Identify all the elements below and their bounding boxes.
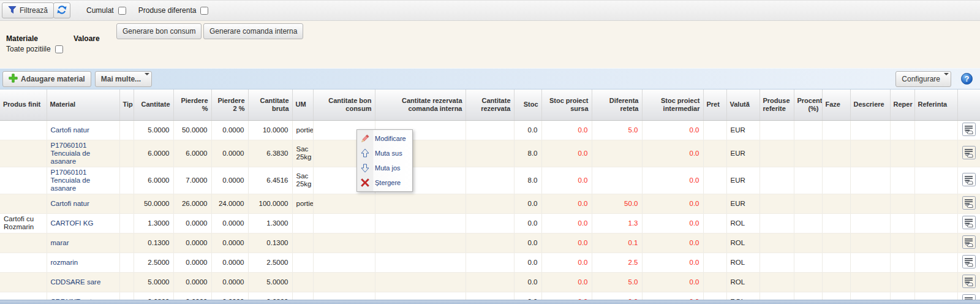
cell-material[interactable]: rozmarin — [47, 253, 119, 272]
cell-produs_finit — [0, 233, 47, 253]
menu-item-muta-jos[interactable]: Muta jos — [357, 161, 412, 175]
column-header-stoc_proiect_sursa[interactable]: Stoc proiect sursa — [541, 89, 592, 120]
column-header-diferenta_reteta[interactable]: Diferenta reteta — [592, 89, 642, 120]
cell-material[interactable]: Cartofi natur — [47, 194, 119, 213]
table-row[interactable]: Cartofi natur50.000026.000024.0000100.00… — [0, 194, 980, 213]
column-header-stoc_proiect_intermediar[interactable]: Stoc proiect intermediar — [642, 89, 703, 120]
column-header-um[interactable]: UM — [292, 89, 313, 120]
cell-referinta — [914, 253, 957, 272]
column-header-cantitate[interactable]: Cantitate — [134, 89, 173, 120]
cell-material[interactable]: CARTOFI KG — [47, 213, 119, 233]
column-header-procent[interactable]: Procent (%) — [794, 89, 822, 120]
cell-referinta — [914, 167, 957, 194]
arrow-down-icon — [360, 163, 370, 173]
horizontal-scrollbar[interactable] — [0, 300, 980, 304]
menu-item-muta-sus[interactable]: Muta sus — [357, 146, 412, 161]
cell-stoc: 0.0 — [514, 194, 541, 213]
cumulat-checkbox[interactable] — [118, 7, 126, 15]
table-row[interactable]: Cartofi natur5.000050.00000.000010.0000p… — [0, 120, 980, 140]
cell-stoc: 0.0 — [514, 120, 541, 140]
column-header-produse_referite[interactable]: Produse referite — [760, 89, 794, 120]
menu-item-stergere[interactable]: Ștergere — [357, 175, 412, 190]
cell-stoc_proiect_intermediar: 0.0 — [642, 120, 703, 140]
table-row[interactable]: rozmarin2.50000.00000.00002.50000.00.02.… — [0, 253, 980, 272]
cell-pierdere2_pct: 0.0000 — [211, 120, 248, 140]
menu-item-label: Muta jos — [375, 164, 401, 172]
table-row[interactable]: P17060101 Tencuiala de asanare6.00007.00… — [0, 167, 980, 194]
column-header-stoc[interactable]: Stoc — [514, 89, 541, 120]
cell-descriere — [850, 253, 890, 272]
cell-descriere — [850, 272, 890, 292]
cell-referinta — [914, 140, 957, 167]
column-header-cantitate_bon_consum[interactable]: Cantitate bon consum — [313, 89, 375, 120]
cell-cantitate: 5.0000 — [134, 120, 173, 140]
column-header-referinta[interactable]: Referinta — [914, 89, 957, 120]
column-header-faze[interactable]: Faze — [822, 89, 850, 120]
table-row[interactable]: P17060101 Tencuiala de asanare6.00006.00… — [0, 140, 980, 167]
column-header-cantitate_rez_comanda[interactable]: Cantitate rezervata comanda interna — [375, 89, 466, 120]
column-header-descriere[interactable]: Descriere — [850, 89, 890, 120]
filter-button[interactable]: Filtrează — [2, 2, 54, 18]
column-header-cantitate_bruta[interactable]: Cantitate bruta — [248, 89, 292, 120]
cell-tip — [119, 120, 134, 140]
toate-pozitiile-checkbox[interactable] — [55, 45, 63, 53]
toate-pozitiile-label: Toate pozitiile — [6, 45, 51, 53]
column-header-cantitate_rezervata[interactable]: Cantitate rezervata — [466, 89, 514, 120]
column-header-pret[interactable]: Pret — [703, 89, 726, 120]
cell-cantitate_rezervata — [466, 167, 514, 194]
row-actions-button[interactable] — [962, 196, 976, 210]
refresh-button[interactable] — [53, 2, 70, 18]
plus-icon — [9, 74, 18, 85]
help-icon[interactable]: ? — [961, 73, 973, 85]
table-row[interactable]: marar0.13000.00000.00000.13000.00.00.10.… — [0, 233, 980, 253]
generare-bon-consum-button[interactable]: Generare bon consum — [116, 23, 202, 39]
cell-procent — [794, 272, 822, 292]
cell-material[interactable]: P17060101 Tencuiala de asanare — [47, 140, 119, 167]
row-actions-button[interactable] — [962, 216, 976, 229]
row-actions-button[interactable] — [962, 275, 976, 288]
table-row[interactable]: CDDSARE sare5.00000.00000.00005.00000.00… — [0, 272, 980, 292]
valoare-label: Valoare — [74, 34, 100, 43]
more-button-label: Mai multe... — [101, 75, 146, 83]
produse-diferenta-checkbox[interactable] — [200, 7, 208, 15]
column-header-actions[interactable] — [957, 89, 980, 120]
cell-tip — [119, 167, 134, 194]
cell-material[interactable]: Cartofi natur — [47, 120, 119, 140]
cell-cantitate_rezervata — [466, 272, 514, 292]
column-header-tip[interactable]: Tip — [119, 89, 134, 120]
column-header-produs_finit[interactable]: Produs finit — [0, 89, 47, 120]
cell-cantitate_bon_consum — [313, 233, 375, 253]
menu-item-modificare[interactable]: Modificare — [357, 131, 412, 146]
row-actions-button[interactable] — [962, 235, 976, 249]
generare-comanda-interna-button[interactable]: Generare comanda interna — [203, 23, 303, 39]
row-actions-button[interactable] — [962, 255, 976, 268]
row-actions-button[interactable] — [962, 173, 976, 186]
cell-cantitate_rez_comanda — [375, 253, 466, 272]
menu-item-label: Modificare — [375, 135, 406, 142]
column-header-reper[interactable]: Reper — [890, 89, 914, 120]
pencil-icon — [360, 134, 370, 144]
cell-produse_referite — [760, 253, 794, 272]
row-actions-button[interactable] — [962, 146, 976, 159]
row-actions-button[interactable] — [962, 123, 976, 136]
cell-reper — [890, 272, 914, 292]
cell-material[interactable]: marar — [47, 233, 119, 253]
table-row[interactable]: Cartofi cu RozmarinCARTOFI KG1.30000.000… — [0, 213, 980, 233]
cell-material[interactable]: CDDSARE sare — [47, 272, 119, 292]
add-material-label: Adaugare material — [21, 75, 85, 83]
cell-valuta: ROL — [726, 253, 760, 272]
add-material-button[interactable]: Adaugare material — [2, 71, 91, 87]
cell-stoc_proiect_intermediar: 0.0 — [642, 272, 703, 292]
cell-tip — [119, 213, 134, 233]
context-menu: Modificare Muta sus Muta jos Ștergere — [356, 129, 413, 192]
column-header-pierdere_pct[interactable]: Pierdere % — [173, 89, 211, 120]
cell-faze — [822, 272, 850, 292]
cell-material[interactable]: P17060101 Tencuiala de asanare — [47, 167, 119, 194]
cell-produs_finit — [0, 167, 47, 194]
column-header-pierdere2_pct[interactable]: Pierdere 2 % — [211, 89, 248, 120]
column-header-valuta[interactable]: Valută — [726, 89, 760, 120]
configure-button[interactable]: Configurare — [895, 71, 951, 87]
more-button[interactable]: Mai multe... — [95, 71, 152, 87]
cell-cantitate_rez_comanda — [375, 233, 466, 253]
column-header-material[interactable]: Material — [47, 89, 119, 120]
